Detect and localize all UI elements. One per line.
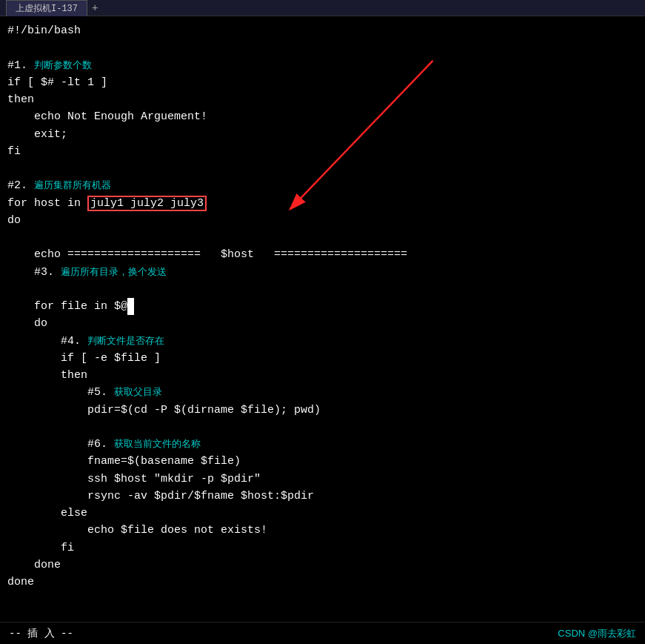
- code-line: pdir=$(cd -P $(dirname $file); pwd): [7, 402, 638, 419]
- code-line: if [ -e $file ]: [7, 350, 638, 367]
- editor-tab[interactable]: 上虚拟机I-137: [6, 0, 87, 16]
- code-line: fi: [7, 540, 638, 557]
- code-line-blank: [7, 419, 638, 436]
- code-line: rsync -av $pdir/$fname $host:$pdir: [7, 488, 638, 505]
- code-line: echo Not Enough Arguement!: [7, 108, 638, 125]
- code-line: echo ==================== $host ========…: [7, 246, 638, 263]
- code-line: ssh $host "mkdir -p $pdir": [7, 471, 638, 488]
- tab-label: 上虚拟机I-137: [16, 2, 78, 15]
- code-line: do: [7, 315, 638, 332]
- editor-area: #!/bin/bash #1. 判断参数个数 if [ $# -lt 1 ] t…: [0, 16, 645, 622]
- code-line: done: [7, 557, 638, 574]
- code-line-blank: [7, 160, 638, 177]
- code-line-comment: #3. 遍历所有目录，换个发送: [7, 264, 638, 281]
- code-line: if [ $# -lt 1 ]: [7, 74, 638, 91]
- code-line-comment: #6. 获取当前文件的名称: [7, 436, 638, 453]
- highlight-hosts: july1 july2 july3: [87, 196, 207, 211]
- status-author: CSDN @雨去彩虹: [558, 627, 636, 640]
- code-line: do: [7, 212, 638, 229]
- status-mode: -- 插 入 --: [9, 627, 73, 640]
- title-bar: 上虚拟机I-137 +: [0, 0, 645, 16]
- code-line: exit;: [7, 126, 638, 143]
- code-line-blank: [7, 281, 638, 298]
- code-line: else: [7, 505, 638, 522]
- code-line-comment: #1. 判断参数个数: [7, 57, 638, 74]
- code-line-blank: [7, 39, 638, 56]
- code-line: then: [7, 367, 638, 384]
- text-cursor: [127, 298, 134, 315]
- code-line: fi: [7, 143, 638, 160]
- code-line-highlight-row: for host in july1 july2 july3: [7, 195, 638, 212]
- status-mode-text: -- 插 入 --: [9, 627, 73, 640]
- tab-add-button[interactable]: +: [87, 2, 102, 14]
- code-line: #!/bin/bash: [7, 22, 638, 39]
- code-line-comment: #4. 判断文件是否存在: [7, 333, 638, 350]
- code-line-comment: #5. 获取父目录: [7, 384, 638, 401]
- status-bar: -- 插 入 -- CSDN @雨去彩虹: [0, 622, 645, 644]
- code-line: fname=$(basename $file): [7, 453, 638, 470]
- code-line-cursor: for file in $@: [7, 298, 638, 315]
- code-line: then: [7, 91, 638, 108]
- code-block: #!/bin/bash #1. 判断参数个数 if [ $# -lt 1 ] t…: [7, 22, 638, 591]
- code-line: done: [7, 574, 638, 591]
- code-line: echo $file does not exists!: [7, 522, 638, 539]
- code-line-blank: [7, 229, 638, 246]
- code-line-comment: #2. 遍历集群所有机器: [7, 177, 638, 194]
